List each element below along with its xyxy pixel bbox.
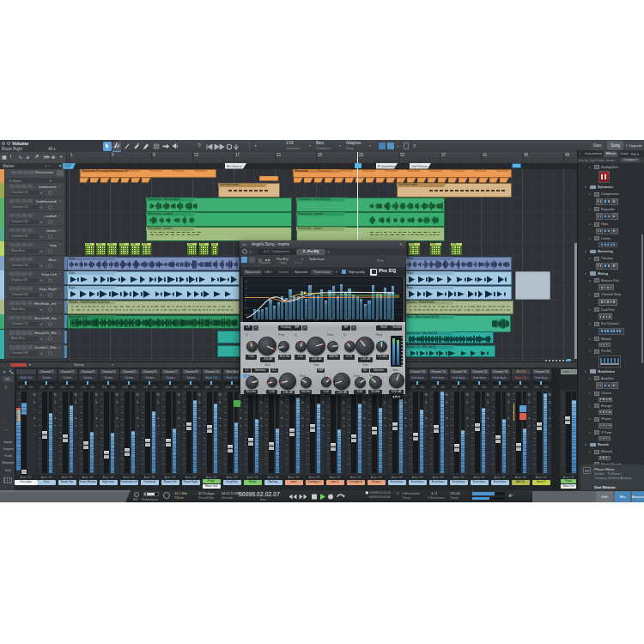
svg-text:B Quarterland: B Quarterland (378, 164, 397, 167)
svg-text:Hit Chorus!: Hit Chorus! (227, 164, 242, 167)
svg-text:2nd Chorus: 2nd Chorus (411, 164, 428, 167)
